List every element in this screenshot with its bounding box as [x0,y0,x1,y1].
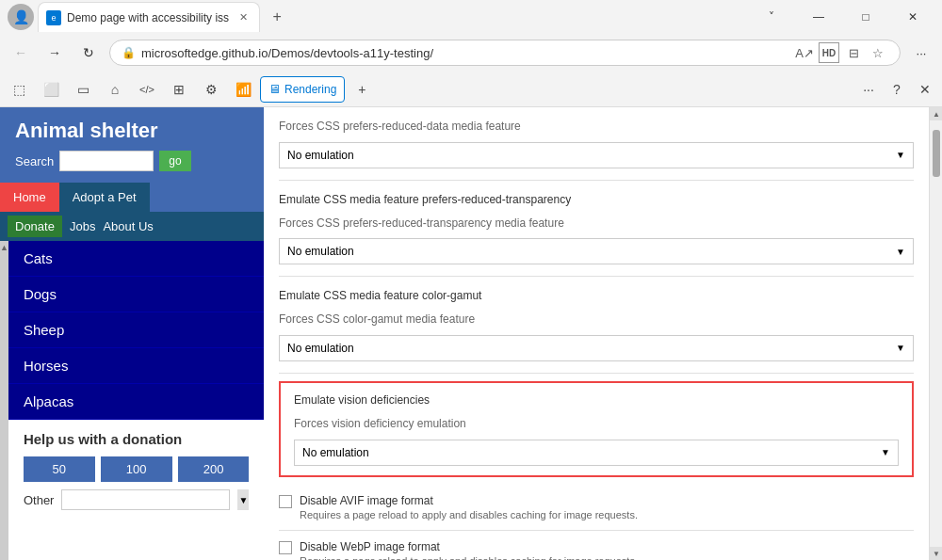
address-field[interactable]: 🔒 microsoftedge.github.io/Demos/devtools… [109,40,901,66]
rendering-section-reduced-transparency: Emulate CSS media feature prefers-reduce… [279,181,914,278]
website-nav: Home Adopt a Pet [0,183,264,212]
donation-100-button[interactable]: 100 [101,456,172,482]
reduced-transparency-dropdown[interactable]: No emulation ▼ [279,238,914,264]
url-text: microsoftedge.github.io/Demos/devtools-a… [141,46,788,60]
more-tools-button[interactable]: + [347,76,377,103]
avif-checkbox[interactable] [279,495,292,508]
window-maximize-button[interactable]: □ [844,0,887,34]
webp-checkbox-row: Disable WebP image format Requires a pag… [279,531,914,560]
devtools-content: Forces CSS prefers-reduced-data media fe… [264,107,929,560]
website-title: Animal shelter [15,119,249,143]
tab-title: Demo page with accessibility iss [67,11,229,24]
minimize-button[interactable]: ˅ [750,0,793,34]
read-aloud-icon[interactable]: A↗ [794,42,815,63]
devtools-more-button[interactable]: ··· [855,76,882,103]
dropdown-arrow-icon: ▼ [896,247,905,257]
nav-adopt-button[interactable]: Adopt a Pet [59,183,150,212]
website-header: Animal shelter Search go [0,107,264,183]
window-close-button[interactable]: ✕ [891,0,934,34]
tab-favicon: e [46,10,61,25]
profile-icon[interactable]: 👤 [8,4,34,30]
nav-about-button[interactable]: About Us [103,219,153,233]
network-tool[interactable]: 📶 [228,76,258,103]
devtools-close-button[interactable]: ✕ [912,76,938,103]
color-gamut-dropdown[interactable]: No emulation ▼ [279,335,914,361]
grid-tool[interactable]: ⊞ [164,76,194,103]
website-panel: Animal shelter Search go Home Adopt a Pe… [0,107,264,560]
back-button[interactable]: ← [8,40,34,66]
vision-dropdown[interactable]: No emulation ▼ [294,440,899,466]
window-minimize-button[interactable]: — [797,0,840,34]
gear-tool[interactable]: ⚙ [196,76,226,103]
list-item[interactable]: Horses [8,348,264,384]
donation-50-button[interactable]: 50 [24,456,95,482]
nav-home-button[interactable]: Home [0,183,59,212]
sources-tool[interactable]: </> [132,76,162,103]
title-bar: 👤 e Demo page with accessibility iss ✕ +… [0,0,942,34]
donation-other-input[interactable] [61,489,230,510]
search-label: Search [15,154,54,168]
dropdown-arrow-icon: ▼ [896,150,905,160]
scrollbar-thumb[interactable] [933,130,940,177]
list-item[interactable]: Dogs [8,277,264,312]
main-content: Animal shelter Search go Home Adopt a Pe… [0,107,942,560]
rendering-sublabel: Forces CSS prefers-reduced-data media fe… [279,119,914,135]
list-item[interactable]: Alpacas [8,384,264,420]
website-nav2: Donate Jobs About Us [0,212,264,241]
avif-checkbox-row: Disable AVIF image format Requires a pag… [279,485,914,531]
rendering-label: Emulate CSS media feature prefers-reduce… [279,192,914,208]
dropdown-value: No emulation [302,446,369,459]
settings-icon[interactable]: ··· [908,40,934,66]
avif-label: Disable AVIF image format [300,494,638,507]
devtools-help-button[interactable]: ? [884,76,910,103]
dropdown-arrow-icon: ▼ [881,447,890,457]
dropdown-row: No emulation ▼ [279,142,914,168]
favorites-icon[interactable]: ☆ [868,42,888,63]
active-tab[interactable]: e Demo page with accessibility iss ✕ [38,2,260,32]
reduced-data-dropdown[interactable]: No emulation ▼ [279,142,914,168]
new-tab-button[interactable]: + [264,4,290,30]
webp-sublabel: Requires a page reload to apply and disa… [300,555,638,560]
dropdown-value: No emulation [287,245,354,258]
hd-icon[interactable]: HD [819,42,839,63]
animals-scroll-area: ▲ Cats Dogs Sheep Horses Alpacas Help us… [0,241,264,560]
nav-jobs-button[interactable]: Jobs [70,219,95,233]
devtools-panel: Forces CSS prefers-reduced-data media fe… [264,107,942,560]
browser-frame: 👤 e Demo page with accessibility iss ✕ +… [0,0,942,560]
lock-icon: 🔒 [122,46,136,59]
inspect-tool[interactable]: ⬚ [4,76,34,103]
donation-200-button[interactable]: 200 [178,456,250,482]
device-tool[interactable]: ⬜ [36,76,66,103]
refresh-button[interactable]: ↻ [75,40,102,66]
search-go-button[interactable]: go [159,151,190,171]
search-input[interactable] [59,151,154,171]
avif-sublabel: Requires a page reload to apply and disa… [300,509,638,520]
list-item[interactable]: Cats [8,241,264,277]
rendering-label: Emulate CSS media feature color-gamut [279,288,914,304]
webp-label: Disable WebP image format [300,540,638,553]
donation-scroll[interactable]: ▼ [237,489,249,510]
forward-button[interactable]: → [41,40,68,66]
rendering-tool[interactable]: 🖥 Rendering [260,76,345,103]
scrollbar-down-button[interactable]: ▼ [930,547,942,560]
devtools-toolbar: ⬚ ⬜ ▭ ⌂ </> ⊞ ⚙ 📶 🖥 Rendering + ··· ? ✕ [0,72,942,107]
rendering-label: Emulate vision deficiencies [294,392,899,408]
rendering-sublabel: Forces CSS prefers-reduced-transparency … [279,216,914,232]
reader-mode-icon[interactable]: ⊟ [843,42,864,63]
left-scrollbar[interactable]: ▲ [0,241,8,560]
rendering-sublabel: Forces vision deficiency emulation [294,416,899,432]
animals-list: Cats Dogs Sheep Horses Alpacas Help us w… [8,241,264,560]
home-tool[interactable]: ⌂ [100,76,130,103]
address-bar: ← → ↻ 🔒 microsoftedge.github.io/Demos/de… [0,34,942,72]
nav-donate-button[interactable]: Donate [8,216,62,237]
webp-checkbox[interactable] [279,541,292,554]
scrollbar-track [930,120,942,547]
devtools-scrollbar: ▲ ▼ [929,107,942,560]
donation-other-row: Other ▼ [24,489,250,510]
rendering-section-vision: Emulate vision deficiencies Forces visio… [279,381,914,477]
layout-tool[interactable]: ▭ [68,76,98,103]
rendering-section-reduced-data: Forces CSS prefers-reduced-data media fe… [279,107,914,181]
scrollbar-up-button[interactable]: ▲ [930,107,942,120]
tab-close-button[interactable]: ✕ [235,9,252,26]
list-item[interactable]: Sheep [8,312,264,348]
